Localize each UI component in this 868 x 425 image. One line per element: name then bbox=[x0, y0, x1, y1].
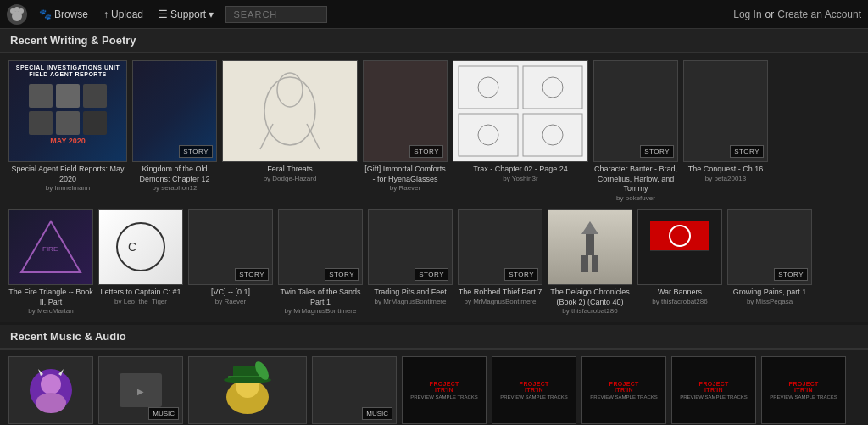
story-badge: STORY bbox=[504, 268, 538, 281]
list-item[interactable]: STORY Kingdom of the Old Demons: Chapter… bbox=[132, 60, 217, 202]
music-badge: MUSIC bbox=[148, 407, 179, 420]
story-badge: STORY bbox=[774, 268, 808, 281]
upload-icon: ↑ bbox=[103, 8, 108, 20]
story-badge: STORY bbox=[325, 268, 359, 281]
list-item[interactable]: STORY [VC] -- [0.1] by Raever bbox=[188, 209, 273, 315]
list-item[interactable]: Feral Threats by Dodge-Hazard bbox=[222, 60, 358, 202]
list-item[interactable]: PROJECTItr'In PREVIEW SAMPLE TRACKS Proj… bbox=[671, 356, 756, 425]
svg-marker-21 bbox=[581, 221, 598, 234]
svg-point-15 bbox=[542, 125, 563, 145]
svg-line-6 bbox=[260, 124, 273, 149]
svg-point-30 bbox=[36, 393, 66, 413]
paw-icon: 🐾 bbox=[39, 8, 52, 20]
auth-links: Log In or Create an Account bbox=[733, 8, 861, 20]
svg-rect-9 bbox=[523, 66, 582, 109]
nav-links: 🐾 Browse ↑ Upload ☰ Support ▾ bbox=[32, 5, 327, 24]
search-input[interactable] bbox=[225, 6, 327, 23]
browse-link[interactable]: 🐾 Browse bbox=[32, 5, 95, 24]
list-item[interactable]: STORY [Gift] Immortal Comforts - for Hye… bbox=[363, 60, 448, 202]
music-section-header: Recent Music & Audio bbox=[0, 325, 868, 350]
list-item[interactable]: PROJECTItr'In PREVIEW SAMPLE TRACKS Proj… bbox=[581, 356, 666, 425]
svg-point-18 bbox=[117, 223, 164, 271]
svg-point-12 bbox=[478, 77, 498, 98]
login-link[interactable]: Log In bbox=[733, 8, 761, 20]
svg-rect-23 bbox=[592, 255, 598, 272]
list-item[interactable]: STORY The Robbed Thief Part 7 by MrMagnu… bbox=[458, 209, 542, 315]
svg-point-14 bbox=[478, 125, 498, 145]
svg-text:FIRE: FIRE bbox=[42, 245, 58, 253]
support-link[interactable]: ☰ Support ▾ bbox=[152, 5, 220, 24]
list-item[interactable]: STORY Twin Tales of the Sands Part 1 by … bbox=[278, 209, 363, 315]
writing-section-header: Recent Writing & Poetry bbox=[0, 29, 868, 53]
list-item[interactable]: War Banners by thisfacrobat286 bbox=[637, 209, 722, 315]
cover-overlay: SPECIAL INVESTIGATIONS UNITField Agent R… bbox=[9, 61, 126, 161]
list-item[interactable]: STORY Growing Pains, part 1 by MissPegas… bbox=[727, 209, 812, 315]
list-item[interactable]: The Delaigo Chronicles (Book 2) (Canto 4… bbox=[548, 209, 632, 315]
list-item[interactable]: FIRE The Fire Triangle -- Book II, Part … bbox=[8, 209, 93, 315]
list-item[interactable]: PROJECTItr'In PREVIEW SAMPLE TRACKS Proj… bbox=[761, 356, 846, 425]
svg-rect-22 bbox=[581, 255, 588, 272]
list-item[interactable]: SPECIAL INVESTIGATIONS UNITField Agent R… bbox=[8, 60, 127, 202]
writing-gallery-row2: FIRE The Fire Triangle -- Book II, Part … bbox=[0, 209, 868, 322]
music-badge: MUSIC bbox=[362, 407, 392, 420]
svg-point-13 bbox=[542, 77, 563, 98]
list-item[interactable]: PROJECTItr'In PREVIEW SAMPLE TRACKS Proj… bbox=[492, 356, 576, 425]
list-item[interactable]: C Letters to Captain C: #1 by Leo_the_Ti… bbox=[98, 209, 183, 315]
navigation-bar: 🐾 Browse ↑ Upload ☰ Support ▾ Log In or … bbox=[0, 0, 868, 29]
svg-rect-8 bbox=[459, 66, 518, 109]
svg-point-5 bbox=[277, 73, 303, 107]
story-badge: STORY bbox=[235, 268, 269, 281]
register-link[interactable]: Create an Account bbox=[777, 8, 861, 20]
list-item[interactable]: Boom by tundrafox1 bbox=[8, 356, 93, 425]
svg-text:▶: ▶ bbox=[137, 387, 144, 396]
list-item[interactable]: MUSIC ▶ Бежать так быстро / Run so fast … bbox=[98, 356, 183, 425]
story-badge: STORY bbox=[415, 268, 448, 281]
list-item[interactable]: STORY Trading Pits and Feet by MrMagnusB… bbox=[368, 209, 453, 315]
svg-rect-11 bbox=[523, 114, 582, 156]
story-badge: STORY bbox=[640, 145, 674, 158]
music-gallery-row1: Boom by tundrafox1 MUSIC ▶ Бежать так бы… bbox=[0, 350, 868, 425]
svg-rect-10 bbox=[459, 114, 518, 156]
svg-point-29 bbox=[41, 374, 61, 394]
support-icon: ☰ bbox=[159, 8, 168, 20]
story-badge: STORY bbox=[179, 145, 213, 158]
svg-point-3 bbox=[19, 8, 24, 14]
list-item[interactable]: STORY Character Banter - Brad, Cornelius… bbox=[593, 60, 678, 202]
upload-link[interactable]: ↑ Upload bbox=[97, 5, 150, 24]
list-item[interactable]: MUSIC Pretending To Be Straight [Instrum… bbox=[312, 356, 397, 425]
list-item[interactable]: PROJECTItr'In PREVIEW SAMPLE TRACKS Proj… bbox=[402, 356, 487, 425]
story-badge: STORY bbox=[730, 145, 764, 158]
svg-text:C: C bbox=[128, 240, 136, 254]
svg-line-7 bbox=[307, 124, 320, 149]
svg-point-4 bbox=[264, 77, 315, 145]
story-badge: STORY bbox=[409, 145, 443, 158]
list-item[interactable]: White Lion With the Green Mane (Drum Cad… bbox=[188, 356, 307, 425]
writing-gallery-row1: SPECIAL INVESTIGATIONS UNITField Agent R… bbox=[0, 53, 868, 209]
list-item[interactable]: STORY The Conquest - Ch 16 by peta20013 bbox=[683, 60, 768, 202]
list-item[interactable]: Trax - Chapter 02 - Page 24 by Yoshin3r bbox=[453, 60, 588, 202]
svg-rect-27 bbox=[650, 251, 709, 270]
site-logo bbox=[7, 4, 27, 25]
auth-separator: or bbox=[765, 8, 775, 20]
